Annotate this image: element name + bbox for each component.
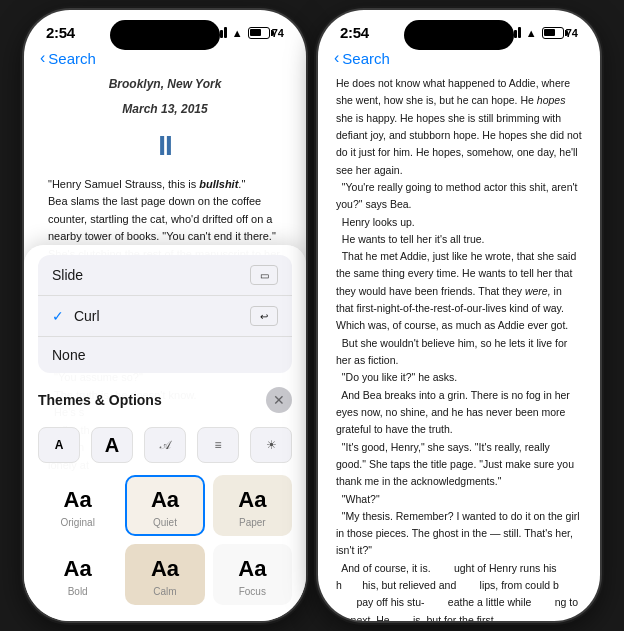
right-time: 2:54 — [340, 24, 369, 41]
right-paragraph-9: "It's good, Henry," she says. "It's real… — [336, 439, 582, 491]
right-book-content: He does not know what happened to Addie,… — [318, 75, 600, 621]
themes-header: Themes & Options ✕ — [24, 381, 306, 421]
right-back-label: Search — [342, 50, 390, 67]
left-status-icons: ▲ 74 — [212, 27, 284, 39]
theme-calm-label: Calm — [153, 586, 176, 597]
right-paragraph-13: pay off his stu- eathe a little while ng… — [336, 594, 582, 621]
right-paragraph-12: And of course, it is. ught of Henry runs… — [336, 560, 582, 595]
right-status-icons: ▲ 74 — [506, 27, 578, 39]
right-paragraph-5: That he met Addie, just like he wrote, t… — [336, 248, 582, 335]
theme-original-aa: Aa — [64, 487, 92, 513]
slide-option-none[interactable]: None — [38, 337, 292, 373]
theme-original[interactable]: Aa Original — [38, 475, 117, 536]
theme-quiet-aa: Aa — [151, 487, 179, 513]
theme-focus-label: Focus — [239, 586, 266, 597]
theme-calm[interactable]: Aa Calm — [125, 544, 204, 605]
curl-icon: ↩ — [250, 306, 278, 326]
left-phone: 2:54 ▲ 74 ‹ Search Brooklyn, New York — [24, 10, 306, 621]
none-label: None — [52, 347, 85, 363]
theme-focus-aa: Aa — [238, 556, 266, 582]
right-paragraph-1: He does not know what happened to Addie,… — [336, 75, 582, 179]
chapter-number: II — [48, 124, 282, 167]
left-time: 2:54 — [46, 24, 75, 41]
wifi-icon: ▲ — [232, 27, 243, 39]
right-phone: 2:54 ▲ 74 ‹ Search He does not know what… — [318, 10, 600, 621]
curl-right: ↩ — [250, 306, 278, 326]
battery-icon: 74 — [248, 27, 284, 39]
back-label: Search — [48, 50, 96, 67]
slide-menu: Slide ▭ ✓ Curl ↩ None — [38, 255, 292, 373]
right-paragraph-6: But she wouldn't believe him, so he lets… — [336, 335, 582, 370]
theme-bold[interactable]: Aa Bold — [38, 544, 117, 605]
book-date: March 13, 2015 — [48, 100, 282, 119]
font-controls: A A 𝒜 ≡ ☀ — [24, 421, 306, 471]
font-increase-button[interactable]: A — [91, 427, 133, 463]
close-button[interactable]: ✕ — [266, 387, 292, 413]
theme-paper[interactable]: Aa Paper — [213, 475, 292, 536]
overlay-panel: Slide ▭ ✓ Curl ↩ None Themes & Option — [24, 245, 306, 621]
right-paragraph-7: "Do you like it?" he asks. — [336, 369, 582, 386]
theme-paper-label: Paper — [239, 517, 266, 528]
slide-right: ▭ — [250, 265, 278, 285]
theme-grid: Aa Original Aa Quiet Aa Paper Aa Bold Aa — [24, 471, 306, 605]
font-align-button[interactable]: ≡ — [197, 427, 239, 463]
right-chevron-icon: ‹ — [334, 49, 339, 67]
check-icon: ✓ — [52, 308, 64, 324]
right-back-button[interactable]: ‹ Search — [334, 49, 390, 67]
theme-calm-aa: Aa — [151, 556, 179, 582]
book-location: Brooklyn, New York — [48, 75, 282, 94]
theme-bold-aa: Aa — [64, 556, 92, 582]
right-paragraph-4: He wants to tell her it's all true. — [336, 231, 582, 248]
theme-paper-aa: Aa — [238, 487, 266, 513]
back-button[interactable]: ‹ Search — [40, 49, 96, 67]
right-paragraph-3: Henry looks up. — [336, 214, 582, 231]
right-battery: 74 — [542, 27, 578, 39]
font-style-button[interactable]: 𝒜 — [144, 427, 186, 463]
brightness-button[interactable]: ☀ — [250, 427, 292, 463]
right-paragraph-10: "What?" — [336, 491, 582, 508]
slide-option-curl[interactable]: ✓ Curl ↩ — [38, 296, 292, 337]
right-dynamic-island — [404, 20, 514, 50]
chevron-icon: ‹ — [40, 49, 45, 67]
right-wifi-icon: ▲ — [526, 27, 537, 39]
theme-quiet-label: Quiet — [153, 517, 177, 528]
theme-bold-label: Bold — [68, 586, 88, 597]
right-paragraph-11: "My thesis. Remember? I wanted to do it … — [336, 508, 582, 560]
right-paragraph-8: And Bea breaks into a grin. There is no … — [336, 387, 582, 439]
right-paragraph-2: "You're really going to method actor thi… — [336, 179, 582, 214]
themes-title: Themes & Options — [38, 392, 162, 408]
slide-option-slide[interactable]: Slide ▭ — [38, 255, 292, 296]
theme-original-label: Original — [60, 517, 94, 528]
font-decrease-button[interactable]: A — [38, 427, 80, 463]
phones-container: 2:54 ▲ 74 ‹ Search Brooklyn, New York — [14, 0, 610, 631]
slide-label: Slide — [52, 267, 83, 283]
slide-icon: ▭ — [250, 265, 278, 285]
theme-focus[interactable]: Aa Focus — [213, 544, 292, 605]
theme-quiet[interactable]: Aa Quiet — [125, 475, 204, 536]
dynamic-island — [110, 20, 220, 50]
